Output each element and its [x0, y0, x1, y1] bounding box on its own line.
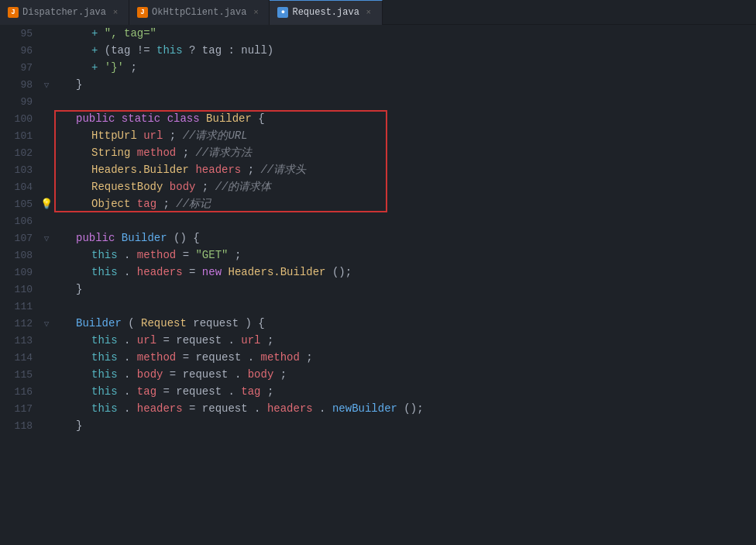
fold-icon-107[interactable]: ▽: [44, 233, 50, 243]
gutter-113: [39, 332, 54, 349]
code-line-115: this . body = request . body ;: [60, 366, 756, 383]
editor-window: J Dispatcher.java × J OkHttpClient.java …: [0, 0, 756, 434]
code-line-111: [60, 298, 756, 315]
ln-110: 110: [0, 281, 39, 298]
line-numbers: 95 96 97 98 99 100 101 102 103 104 105 1…: [0, 25, 39, 434]
fold-icon-112[interactable]: ▽: [44, 319, 50, 329]
tab-label-request: Request.java: [292, 7, 359, 18]
ln-109: 109: [0, 264, 39, 281]
tab-icon-dispatcher: J: [8, 7, 19, 18]
gutter-99: [39, 93, 54, 110]
gutter-107: ▽: [39, 229, 54, 247]
gutter-114: [39, 349, 54, 366]
tab-dispatcher[interactable]: J Dispatcher.java ×: [0, 0, 129, 25]
code-line-113: this . url = request . url ;: [60, 332, 756, 349]
gutter-97: [39, 59, 54, 76]
ln-113: 113: [0, 332, 39, 349]
ln-117: 117: [0, 400, 39, 417]
code-line-100: public static class Builder {: [60, 110, 756, 127]
ln-118: 118: [0, 417, 39, 434]
ln-115: 115: [0, 366, 39, 383]
gutter-109: [39, 264, 54, 281]
tab-label-okhttpclient: OkHttpClient.java: [152, 7, 246, 18]
code-line-97: + '}' ;: [60, 59, 756, 76]
gutter-98: ▽: [39, 76, 54, 93]
gutter-118: [39, 417, 54, 434]
tab-bar: J Dispatcher.java × J OkHttpClient.java …: [0, 0, 756, 25]
ln-116: 116: [0, 383, 39, 400]
gutter-117: [39, 400, 54, 417]
code-line-102: String method ; //请求方法: [60, 144, 756, 161]
code-line-112: Builder ( Request request ) {: [60, 315, 756, 332]
code-line-118: }: [60, 417, 756, 434]
gutter-115: [39, 366, 54, 383]
gutter-116: [39, 383, 54, 400]
code-editor: 95 96 97 98 99 100 101 102 103 104 105 1…: [0, 25, 756, 434]
code-line-95: + ", tag=": [60, 25, 756, 42]
ln-112: 112: [0, 315, 39, 332]
ln-106: 106: [0, 212, 39, 229]
code-line-114: this . method = request . method ;: [60, 349, 756, 366]
code-line-109: this . headers = new Headers.Builder ();: [60, 264, 756, 281]
ln-103: 103: [0, 161, 39, 178]
gutter-110: [39, 281, 54, 298]
ln-101: 101: [0, 127, 39, 144]
gutter-104: [39, 178, 54, 195]
gutter-105: 💡: [39, 195, 54, 212]
code-line-105: Object tag ; //标记: [60, 195, 756, 212]
ln-97: 97: [0, 59, 39, 76]
code-content: + ", tag=" + (tag != this ? tag : null): [54, 25, 756, 434]
code-line-99: [60, 93, 756, 110]
gutter-100: [39, 110, 54, 127]
code-line-106: [60, 212, 756, 229]
bulb-icon[interactable]: 💡: [40, 198, 53, 210]
tab-close-dispatcher[interactable]: ×: [110, 8, 121, 17]
gutter-102: [39, 144, 54, 161]
ln-95: 95: [0, 25, 39, 42]
code-line-117: this . headers = request . headers . new…: [60, 400, 756, 417]
ln-104: 104: [0, 178, 39, 195]
gutter-112: ▽: [39, 315, 54, 332]
code-line-110: }: [60, 281, 756, 298]
code-line-108: this . method = "GET" ;: [60, 247, 756, 264]
gutter: ▽ 💡 ▽: [39, 25, 54, 434]
code-line-103: Headers.Builder headers ; //请求头: [60, 161, 756, 178]
ln-96: 96: [0, 42, 39, 59]
ln-102: 102: [0, 144, 39, 161]
ln-100: 100: [0, 110, 39, 127]
tab-close-request[interactable]: ×: [363, 8, 374, 17]
ln-108: 108: [0, 247, 39, 264]
tab-label-dispatcher: Dispatcher.java: [22, 7, 106, 18]
code-line-98: }: [60, 76, 756, 93]
ln-105: 105: [0, 195, 39, 212]
fold-icon-98[interactable]: ▽: [44, 80, 50, 90]
code-line-104: RequestBody body ; //的请求体: [60, 178, 756, 195]
ln-99: 99: [0, 93, 39, 110]
code-line-116: this . tag = request . tag ;: [60, 383, 756, 400]
ln-111: 111: [0, 298, 39, 315]
gutter-111: [39, 298, 54, 315]
gutter-96: [39, 42, 54, 59]
tab-close-okhttpclient[interactable]: ×: [250, 8, 261, 17]
gutter-103: [39, 161, 54, 178]
code-line-96: + (tag != this ? tag : null): [60, 42, 756, 59]
gutter-106: [39, 212, 54, 229]
tab-okhttpclient[interactable]: J OkHttpClient.java ×: [129, 0, 270, 25]
tab-request[interactable]: ● Request.java ×: [270, 0, 382, 25]
code-line-107: public Builder () {: [60, 229, 756, 247]
tab-icon-request: ●: [277, 7, 288, 18]
code-line-101: HttpUrl url ; //请求的URL: [60, 127, 756, 144]
tab-icon-okhttpclient: J: [137, 7, 148, 18]
gutter-95: [39, 25, 54, 42]
ln-114: 114: [0, 349, 39, 366]
ln-98: 98: [0, 76, 39, 93]
gutter-101: [39, 127, 54, 144]
gutter-108: [39, 247, 54, 264]
ln-107: 107: [0, 229, 39, 247]
